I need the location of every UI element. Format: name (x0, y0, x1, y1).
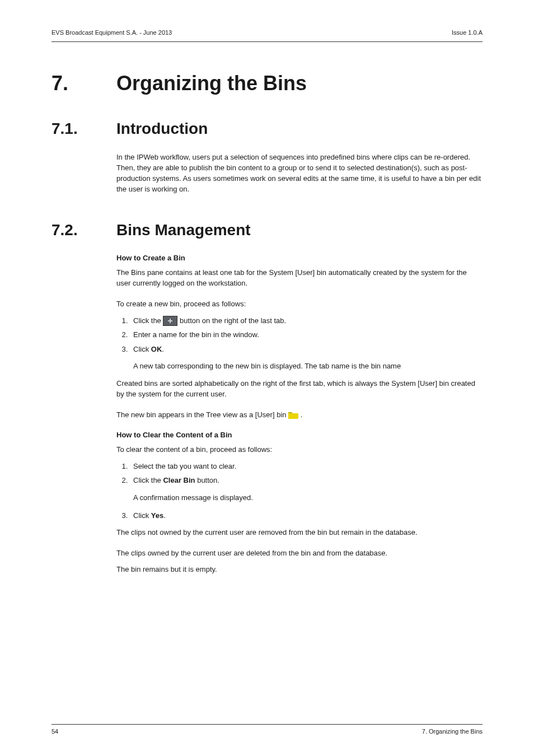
footer-divider (51, 724, 483, 725)
list-item: Click OK. (130, 344, 483, 355)
section-number: 7.2. (51, 221, 116, 239)
text-fragment: The new bin appears in the Tree view as … (116, 410, 288, 419)
list-item: Click the button on the right of the las… (130, 315, 483, 326)
clear-bin-after1: The clips not owned by the current user … (116, 528, 483, 538)
header-issue: Issue 1.0.A (452, 29, 483, 36)
footer-chapter: 7. Organizing the Bins (422, 728, 483, 735)
create-bin-after2: The new bin appears in the Tree view as … (116, 410, 483, 421)
intro-paragraph: In the IPWeb workflow, users put a selec… (116, 152, 483, 194)
step-text: Click (133, 345, 151, 353)
section-title: Bins Management (116, 221, 251, 239)
chapter-heading: 7. Organizing the Bins (51, 72, 483, 95)
clear-bin-steps-b: Click Yes. (116, 510, 483, 521)
section-7-1-heading: 7.1. Introduction (51, 120, 483, 138)
step-text: . (163, 511, 166, 520)
step-text: . (162, 345, 164, 353)
section-number: 7.1. (51, 120, 116, 138)
step-text: Click (133, 511, 151, 520)
list-item: Enter a name for the bin in the window. (130, 329, 483, 340)
folder-icon (288, 412, 298, 419)
list-item: Click the Clear Bin button. (130, 475, 483, 486)
step-text: Click the (133, 316, 163, 325)
create-bin-steps: Click the button on the right of the las… (116, 315, 483, 355)
header-divider (51, 41, 483, 42)
chapter-title: Organizing the Bins (116, 72, 307, 95)
create-bin-after1: Created bins are sorted alphabetically o… (116, 379, 483, 400)
create-bin-heading: How to Create a Bin (116, 254, 483, 262)
create-bin-intro2: To create a new bin, proceed as follows: (116, 299, 483, 310)
list-item: Select the tab you want to clear. (130, 461, 483, 472)
yes-label: Yes (151, 511, 163, 520)
list-item: Click Yes. (130, 510, 483, 521)
chapter-number: 7. (51, 72, 116, 95)
header-left: EVS Broadcast Equipment S.A. - June 2013 (51, 29, 172, 36)
clear-bin-after3: The bin remains but it is empty. (116, 564, 483, 575)
section-title: Introduction (116, 120, 208, 138)
clear-bin-steps-a: Select the tab you want to clear. Click … (116, 461, 483, 486)
section-7-2-heading: 7.2. Bins Management (51, 221, 483, 239)
step-text: Click the (133, 476, 163, 484)
clear-bin-intro: To clear the content of a bin, proceed a… (116, 445, 483, 455)
clear-bin-heading: How to Clear the Content of a Bin (116, 431, 483, 439)
clear-bin-label: Clear Bin (163, 476, 195, 484)
clear-bin-result: A confirmation message is displayed. (133, 493, 483, 503)
page-number: 54 (51, 728, 58, 735)
step-text: button. (195, 476, 219, 484)
step-text: button on the right of the last tab. (177, 316, 286, 325)
clear-bin-after2: The clips owned by the current user are … (116, 548, 483, 559)
create-bin-intro1: The Bins pane contains at least one tab … (116, 268, 483, 289)
create-bin-result: A new tab corresponding to the new bin i… (133, 361, 483, 372)
ok-label: OK (151, 345, 162, 353)
plus-icon (163, 316, 177, 326)
text-fragment: . (298, 410, 302, 419)
